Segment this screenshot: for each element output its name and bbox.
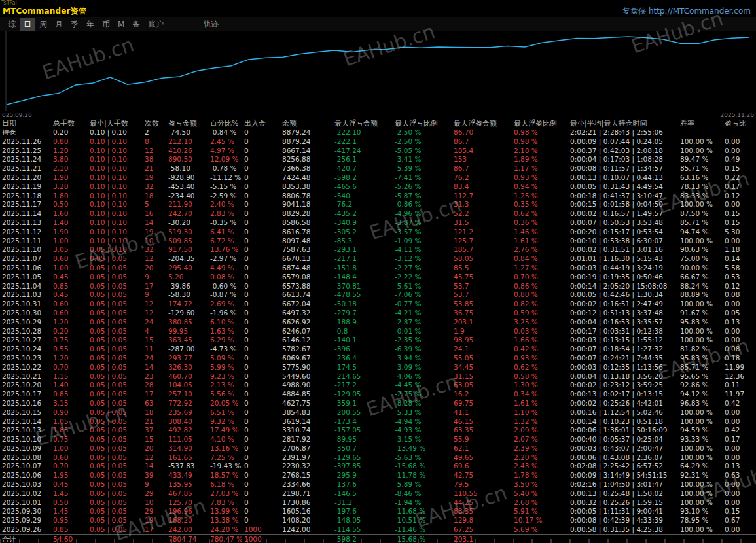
table-row[interactable]: 2025.11.260.800.10 | 0.108212.102.45 %08…	[0, 137, 756, 147]
table-row[interactable]: 2025.11.141.600.10 | 0.1016242.702.83 %0…	[0, 209, 756, 219]
table-cell: 0.10 | 0.10	[88, 219, 143, 228]
menu-item-2[interactable]: 日	[20, 18, 35, 31]
menu-item-8[interactable]: M	[114, 18, 128, 30]
table-row[interactable]: 2025.10.010.500.05 | 0.0510125.707.83 %0…	[0, 499, 756, 508]
table-row[interactable]: 2025.10.163.150.05 | 0.0563772.9220.05 %…	[0, 399, 756, 408]
menu-item-4[interactable]: 月	[51, 18, 67, 31]
menu-item-6[interactable]: 年	[82, 18, 98, 31]
table-row[interactable]: 2025.11.251.200.10 | 0.1012410.264.97 %0…	[0, 147, 756, 156]
table-cell: 4988.90	[280, 381, 333, 390]
table-row[interactable]: 2025.11.201.900.10 | 0.1019-928.90-11.12…	[0, 173, 756, 183]
table-row[interactable]: 2025.10.021.450.05 | 0.0529467.8527.03 %…	[0, 489, 756, 499]
menu-item-7[interactable]: 币	[98, 18, 114, 31]
table-cell: -4.21 %	[393, 309, 452, 318]
column-header[interactable]: 最大浮盈比例	[512, 119, 568, 128]
menu-item-1[interactable]: 综	[4, 18, 20, 31]
table-row[interactable]: 2025.10.061.950.05 | 0.0539433.4918.57 %…	[0, 471, 756, 480]
table-cell: 0:00:07 | 0:18:54 | 1:27:32	[568, 345, 678, 354]
table-cell: -370.81	[333, 282, 393, 291]
table-row[interactable]: 2025.10.170.850.05 | 0.0517257.105.56 %0…	[0, 390, 756, 399]
table-cell: 1.00	[51, 444, 88, 453]
column-header[interactable]: 最小|平均|最大持仓时间	[568, 119, 678, 128]
table-cell: 24.1	[452, 345, 512, 354]
table-row[interactable]: 2025.09.260.850.05 | 0.0517242.0024.20 %…	[0, 525, 756, 534]
table-cell: 100.00 %	[678, 499, 723, 508]
column-header[interactable]: 余额	[280, 119, 333, 128]
table-row[interactable]: 2025.09.301.450.05 | 0.0529196.9613.99 %…	[0, 507, 756, 516]
column-header[interactable]: 百分比%	[208, 119, 242, 128]
column-header[interactable]: 次数	[143, 119, 166, 128]
column-header[interactable]: 盈亏比	[723, 119, 754, 128]
menu-item-9[interactable]: 备	[128, 18, 144, 31]
table-row[interactable]: 2025.11.111.000.10 | 0.1010509.856.72 %0…	[0, 237, 756, 246]
table-row[interactable]: 2025.11.040.850.05 | 0.0517-39.86-0.60 %…	[0, 282, 756, 291]
table-row[interactable]: 2025.10.070.700.05 | 0.0514-537.83-19.43…	[0, 462, 756, 471]
table-row[interactable]: 2025.10.030.450.05 | 0.059135.956.18 %02…	[0, 480, 756, 489]
menu-item-3[interactable]: 周	[35, 18, 51, 31]
table-row[interactable]: 2025.11.121.900.10 | 0.1019519.306.41 %0…	[0, 228, 756, 237]
column-header[interactable]: 最大浮盈金额	[452, 119, 512, 128]
table-row[interactable]: 2025.10.201.400.05 | 0.0528104.052.13 %0…	[0, 381, 756, 390]
table-cell: 0	[242, 516, 280, 525]
column-header[interactable]: 最大浮亏金额	[333, 119, 393, 128]
column-header[interactable]: 日期	[0, 119, 51, 128]
table-row[interactable]: 2025.10.080.600.05 | 0.0512161.657.25 %0…	[0, 453, 756, 463]
table-cell: 0.15	[723, 219, 754, 228]
table-row[interactable]: 2025.11.170.500.10 | 0.105211.902.40 %09…	[0, 200, 756, 209]
table-row[interactable]: 2025.10.091.000.05 | 0.0520314.9013.16 %…	[0, 444, 756, 453]
table-row[interactable]: 2025.11.061.000.05 | 0.0520295.404.49 %0…	[0, 264, 756, 273]
table-row[interactable]: 2025.11.050.450.05 | 0.0595.200.08 %0657…	[0, 273, 756, 282]
table-row[interactable]: 2025.10.141.050.05 | 0.0521308.409.32 %0…	[0, 417, 756, 427]
menu-item-10[interactable]: 账户	[144, 18, 168, 31]
table-cell: 0.05 | 0.05	[88, 300, 143, 309]
table-cell: 100.00 %	[678, 147, 723, 156]
table-row[interactable]: 2025.10.270.750.05 | 0.0515363.456.29 %0…	[0, 336, 756, 345]
table-cell: 0	[242, 408, 280, 417]
table-row[interactable]: 2025.10.131.850.05 | 0.0537492.8217.49 %…	[0, 426, 756, 435]
table-row[interactable]: 2025.09.290.950.05 | 0.0519168.2013.38 %…	[0, 516, 756, 525]
menu-item-5[interactable]: 季	[67, 18, 82, 31]
table-cell: 0.42	[723, 399, 754, 408]
table-row[interactable]: 2025.11.193.200.10 | 0.1032-453.40-5.15 …	[0, 183, 756, 192]
table-row[interactable]: 2025.11.212.100.10 | 0.1021-58.10-0.78 %…	[0, 164, 756, 173]
column-header[interactable]: 最小|大手数	[88, 119, 143, 128]
table-row[interactable]: 持仓0.200.10 | 0.102-74.50-0.84 %08879.24-…	[0, 128, 756, 137]
column-header[interactable]: 盈亏金额	[166, 119, 208, 128]
table-row[interactable]: 2025.10.220.700.05 | 0.0514326.305.99 %0…	[0, 363, 756, 372]
table-row[interactable]: 2025.11.070.600.05 | 0.0512-204.35-2.97 …	[0, 254, 756, 264]
table-cell: 95.83 %	[678, 318, 723, 327]
table-cell: -8.28 %	[393, 399, 452, 408]
table-cell: 0.05 | 0.05	[88, 273, 143, 282]
table-cell: 0.14	[723, 254, 754, 264]
table-row[interactable]: 2025.10.280.200.05 | 0.05499.951.63 %062…	[0, 327, 756, 336]
table-cell: 52.2	[452, 209, 512, 219]
table-cell: 1730.86	[280, 499, 333, 508]
column-header[interactable]: 出入金	[242, 119, 280, 128]
table-row[interactable]: 2025.11.103.050.05 | 0.1032917.5013.76 %…	[0, 245, 756, 254]
column-header[interactable]: 胜率	[678, 119, 723, 128]
table-row[interactable]: 2025.10.211.150.05 | 0.0523460.709.23 %0…	[0, 372, 756, 381]
table-cell: 235.69	[166, 408, 208, 417]
table-row[interactable]: 2025.10.300.600.05 | 0.0512-129.60-1.96 …	[0, 309, 756, 318]
menu-item-trajectory[interactable]: 轨迹	[199, 18, 223, 31]
table-row[interactable]: 2025.10.291.200.05 | 0.0524380.856.10 %0…	[0, 318, 756, 327]
table-row[interactable]: 2025.10.231.200.05 | 0.0524293.775.09 %0…	[0, 354, 756, 363]
column-header[interactable]: 最大浮亏比例	[393, 119, 452, 128]
table-row[interactable]: 2025.10.310.600.05 | 0.0512174.722.69 %0…	[0, 300, 756, 309]
table-cell: 6573.88	[280, 282, 333, 291]
table-cell: 2025.11.21	[0, 164, 51, 173]
table-row[interactable]: 2025.10.150.900.05 | 0.0518235.696.51 %0…	[0, 408, 756, 417]
table-cell: 86.7	[452, 137, 512, 147]
table-cell: 0	[242, 372, 280, 381]
table-cell: 3619.14	[280, 417, 333, 427]
titlebar-link[interactable]: 复盘侠 http://MTCommander.com	[622, 6, 751, 17]
column-header[interactable]: 总手数	[51, 119, 88, 128]
table-row[interactable]: 2025.11.243.800.10 | 0.1038890.5012.09 %…	[0, 155, 756, 164]
table-row[interactable]: 2025.10.240.550.05 | 0.0511-287.00-4.73 …	[0, 345, 756, 354]
table-row[interactable]: 2025.11.131.400.10 | 0.1014-30.20-0.35 %…	[0, 219, 756, 228]
table-cell: -204.35	[166, 254, 208, 264]
table-row[interactable]: 2025.10.100.750.05 | 0.0515111.054.10 %0…	[0, 435, 756, 444]
table-cell: 0.05 | 0.05	[88, 417, 143, 427]
table-row[interactable]: 2025.11.030.450.05 | 0.059-58.30-0.87 %0…	[0, 290, 756, 300]
table-row[interactable]: 2025.11.181.800.10 | 0.1018-234.40-2.59 …	[0, 192, 756, 201]
